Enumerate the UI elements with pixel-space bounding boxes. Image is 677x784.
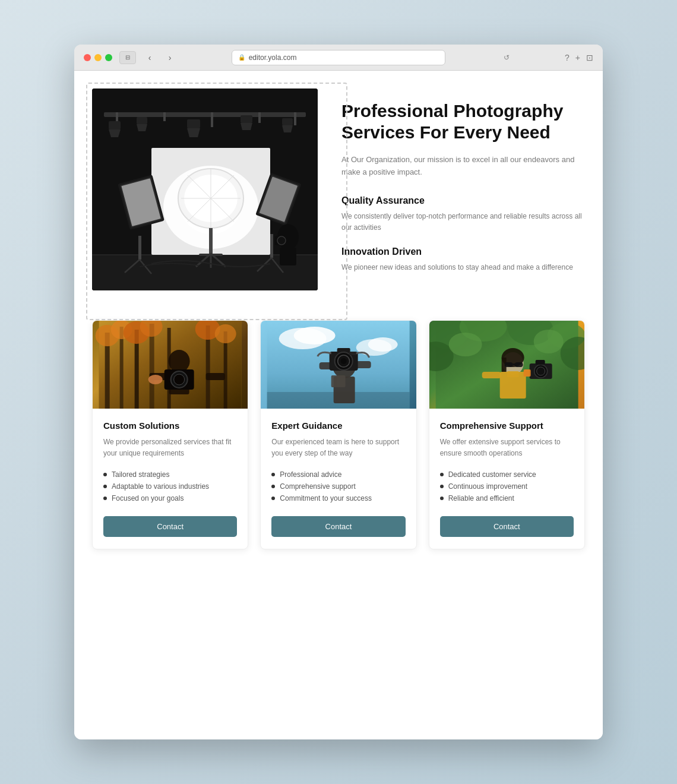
card-2-title: Expert Guidance — [271, 421, 405, 431]
svg-point-88 — [341, 358, 347, 364]
browser-chrome: ⊟ ‹ › 🔒 editor.yola.com ↺ ? + ⊡ — [74, 45, 603, 71]
studio-illustration — [92, 88, 318, 290]
card-1-contact-button[interactable]: Contact — [103, 516, 237, 537]
svg-rect-11 — [187, 119, 200, 128]
svg-rect-3 — [163, 112, 166, 121]
card-expert-guidance: Expert Guidance Our experienced team is … — [260, 320, 416, 549]
card-3-description: We offer extensive support services to e… — [440, 437, 574, 459]
svg-point-97 — [448, 333, 482, 356]
svg-point-70 — [174, 374, 185, 385]
page-wrapper: Professional Photography Services For Ev… — [74, 71, 603, 573]
list-item: Focused on your goals — [103, 492, 237, 504]
svg-point-64 — [169, 350, 190, 372]
svg-rect-55 — [167, 328, 171, 409]
svg-rect-42 — [270, 234, 273, 258]
hero-image-container — [92, 88, 318, 290]
list-item: Reliable and efficient — [440, 492, 574, 504]
feature-quality-desc: We consistently deliver top-notch perfor… — [341, 211, 585, 233]
svg-rect-4 — [211, 112, 213, 127]
svg-rect-13 — [241, 115, 252, 123]
svg-rect-106 — [504, 362, 513, 367]
close-button[interactable] — [84, 54, 91, 61]
svg-rect-1 — [104, 112, 306, 117]
card-3-contact-button[interactable]: Contact — [440, 516, 574, 537]
list-item: Dedicated customer service — [440, 469, 574, 480]
hero-description: At Our Organization, our mission is to e… — [341, 154, 585, 179]
card-2-list: Professional advice Comprehensive suppor… — [271, 469, 405, 504]
card-3-body: Comprehensive Support We offer extensive… — [429, 409, 584, 549]
feature-quality: Quality Assurance We consistently delive… — [341, 195, 585, 233]
svg-rect-15 — [282, 118, 293, 125]
svg-rect-7 — [109, 121, 121, 129]
feature-quality-title: Quality Assurance — [341, 195, 585, 206]
browser-content: Professional Photography Services For Ev… — [74, 71, 603, 739]
forward-button[interactable]: › — [163, 51, 176, 64]
minimize-button[interactable] — [94, 54, 102, 61]
svg-point-76 — [368, 337, 398, 352]
svg-point-63 — [215, 324, 236, 343]
svg-rect-46 — [280, 248, 296, 265]
feature-innovation-title: Innovation Driven — [341, 246, 585, 257]
svg-rect-107 — [514, 362, 523, 367]
card-image-3 — [429, 321, 584, 409]
feature-innovation-desc: We pioneer new ideas and solutions to st… — [341, 262, 585, 273]
svg-rect-108 — [513, 363, 515, 365]
add-tab-icon[interactable]: + — [575, 53, 580, 62]
card-comprehensive-support: Comprehensive Support We offer extensive… — [429, 320, 585, 549]
svg-rect-81 — [337, 375, 346, 387]
hero-section: Professional Photography Services For Ev… — [92, 88, 585, 290]
svg-rect-103 — [507, 371, 518, 377]
traffic-lights — [84, 54, 112, 61]
cards-section: Custom Solutions We provide personalized… — [92, 320, 585, 549]
card-2-body: Expert Guidance Our experienced team is … — [261, 409, 416, 549]
card-custom-solutions: Custom Solutions We provide personalized… — [92, 320, 248, 549]
browser-actions: ? + ⊡ — [565, 53, 593, 62]
svg-rect-36 — [138, 236, 141, 260]
svg-rect-28 — [209, 228, 213, 255]
card-3-list: Dedicated customer service Continuous im… — [440, 469, 574, 504]
list-item: Comprehensive support — [271, 480, 405, 492]
maximize-button[interactable] — [105, 54, 112, 61]
card-image-1 — [93, 321, 248, 409]
svg-rect-112 — [535, 360, 545, 365]
svg-rect-89 — [349, 352, 356, 355]
svg-point-48 — [277, 236, 286, 245]
url-text: editor.yola.com — [249, 53, 297, 62]
card-image-2 — [261, 321, 416, 409]
svg-point-71 — [148, 375, 163, 384]
svg-rect-9 — [137, 117, 147, 124]
list-item: Professional advice — [271, 469, 405, 480]
browser-window: ⊟ ‹ › 🔒 editor.yola.com ↺ ? + ⊡ — [74, 45, 603, 739]
list-item: Adaptable to various industries — [103, 480, 237, 492]
svg-rect-6 — [294, 112, 296, 125]
extensions-icon[interactable]: ⊡ — [586, 53, 593, 62]
svg-point-74 — [294, 327, 336, 344]
svg-marker-16 — [282, 125, 293, 132]
svg-rect-5 — [258, 112, 261, 123]
card-2-description: Our experienced team is here to support … — [271, 437, 405, 459]
svg-rect-113 — [523, 369, 530, 377]
card-1-body: Custom Solutions We provide personalized… — [93, 409, 248, 549]
svg-marker-10 — [137, 124, 147, 131]
lock-icon: 🔒 — [238, 54, 245, 61]
card-1-description: We provide personalized services that fi… — [103, 437, 237, 459]
hero-text: Professional Photography Services For Ev… — [341, 88, 585, 286]
hero-title: Professional Photography Services For Ev… — [341, 100, 585, 143]
card-1-list: Tailored strategies Adaptable to various… — [103, 469, 237, 504]
card-2-contact-button[interactable]: Contact — [271, 516, 405, 537]
back-button[interactable]: ‹ — [143, 51, 156, 64]
svg-rect-67 — [206, 373, 225, 380]
address-bar[interactable]: 🔒 editor.yola.com — [232, 50, 445, 65]
hero-image — [92, 88, 318, 290]
card-1-title: Custom Solutions — [103, 421, 237, 431]
card-3-title: Comprehensive Support — [440, 421, 574, 431]
help-icon[interactable]: ? — [565, 53, 570, 62]
svg-point-98 — [533, 330, 563, 353]
svg-point-111 — [536, 367, 545, 375]
tab-control[interactable]: ⊟ — [119, 51, 136, 64]
list-item: Continuous improvement — [440, 480, 574, 492]
svg-marker-14 — [241, 123, 252, 130]
reload-button[interactable]: ↺ — [504, 53, 510, 62]
list-item: Tailored strategies — [103, 469, 237, 480]
list-item: Commitment to your success — [271, 492, 405, 504]
